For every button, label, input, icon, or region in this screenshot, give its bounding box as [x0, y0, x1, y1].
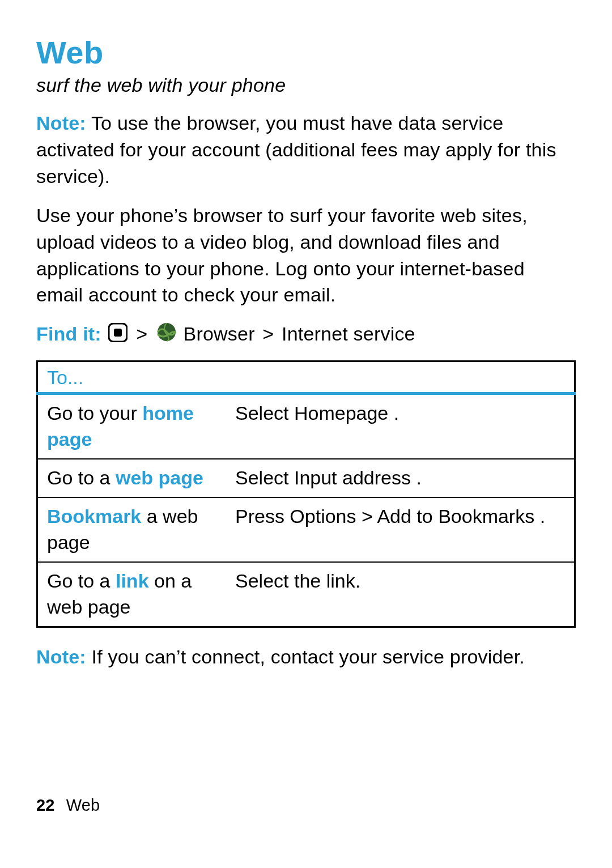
note-paragraph-2: Note: If you can’t connect, contact your… [36, 644, 576, 670]
table-cell-left: Go to a link on a web page [37, 562, 227, 627]
table-cell-right: Select Homepage . [226, 394, 575, 459]
path-separator-1: > [136, 323, 147, 344]
table-row: Go to a link on a web page Select the li… [37, 562, 575, 627]
note-paragraph-1: Note: To use the browser, you must have … [36, 110, 576, 190]
document-page: Web surf the web with your phone Note: T… [0, 0, 612, 868]
page-number: 22 [36, 796, 55, 814]
center-key-icon [108, 322, 128, 349]
cell-text-accent: link [116, 570, 149, 592]
actions-table: To... Go to your home page Select Homepa… [36, 360, 576, 627]
page-title: Web [36, 34, 576, 71]
find-it-label: Find it: [36, 323, 101, 344]
cell-text-pre: Go to your [47, 402, 142, 424]
find-it-browser-text: Browser [184, 323, 255, 344]
table-row: Go to your home page Select Homepage . [37, 394, 575, 459]
table-cell-left: Go to a web page [37, 459, 227, 497]
table-cell-right: Press Options > Add to Bookmarks . [226, 497, 575, 562]
cell-text-pre: Go to a [47, 467, 116, 488]
find-it-line: Find it: > Browser > Internet service [36, 321, 576, 349]
note-label-1: Note: [36, 112, 86, 134]
cell-text-pre: Go to a [47, 570, 116, 592]
page-subtitle: surf the web with your phone [36, 74, 576, 96]
find-it-service-text: Internet service [282, 323, 415, 344]
cell-text-accent: web page [116, 467, 203, 488]
browser-globe-icon [156, 322, 177, 349]
table-header: To... [37, 361, 575, 394]
table-cell-right: Select Input address . [226, 459, 575, 497]
svg-rect-1 [114, 329, 122, 337]
note-text-2: If you can’t connect, contact your servi… [86, 646, 525, 667]
cell-text-accent: Bookmark [47, 505, 141, 527]
table-cell-right: Select the link. [226, 562, 575, 627]
table-row: Bookmark a web page Press Options > Add … [37, 497, 575, 562]
intro-paragraph: Use your phone’s browser to surf your fa… [36, 202, 576, 309]
table-cell-left: Bookmark a web page [37, 497, 227, 562]
table-row: Go to a web page Select Input address . [37, 459, 575, 497]
path-separator-2: > [262, 323, 274, 344]
table-cell-left: Go to your home page [37, 394, 227, 459]
page-footer: 22Web [36, 796, 100, 815]
note-label-2: Note: [36, 646, 86, 667]
note-text-1: To use the browser, you must have data s… [36, 112, 556, 187]
footer-section: Web [66, 796, 100, 814]
